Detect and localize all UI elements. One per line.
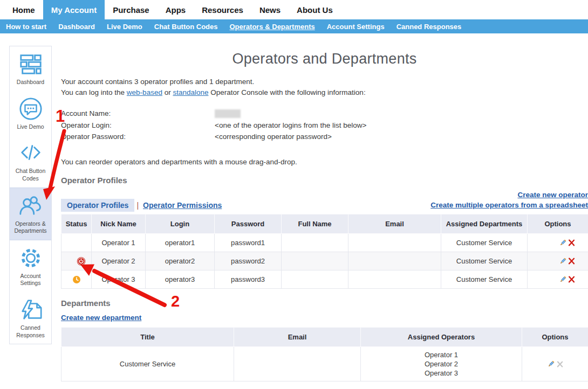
sidebar-item-chat-button-codes[interactable]: Chat Button Codes xyxy=(10,135,51,187)
move-down-icon[interactable] xyxy=(549,238,558,247)
delete-x-icon[interactable] xyxy=(567,275,576,284)
subnav-dashboard[interactable]: Dashboard xyxy=(52,23,101,31)
edit-pencil-icon[interactable] xyxy=(558,238,567,247)
delete-x-disabled-icon xyxy=(555,359,564,369)
standalone-link[interactable]: standalone xyxy=(173,88,208,96)
operator-login-label: Operator Login: xyxy=(61,121,215,129)
empty-slot xyxy=(539,238,549,247)
account-info: Account Name: Operator Login: <one of th… xyxy=(61,108,366,143)
login-cell: operator2 xyxy=(146,252,215,270)
tab-separator: | xyxy=(136,201,139,210)
nav-item-about-us[interactable]: About Us xyxy=(289,0,341,19)
gear-icon xyxy=(18,246,43,270)
col-login: Login xyxy=(146,214,215,234)
operator-profiles-heading: Operator Profiles xyxy=(61,176,127,185)
annotation-label-2: 2 xyxy=(171,293,180,310)
full-name-cell xyxy=(282,252,348,270)
status-busy-red-icon xyxy=(72,238,81,247)
assigned-operator: Operator 1 xyxy=(361,350,522,359)
col-status: Status xyxy=(61,214,92,234)
sidebar-item-operators-departments[interactable]: Operators & Departments xyxy=(10,187,51,240)
sidebar-item-canned-responses[interactable]: Canned Responses xyxy=(10,292,51,344)
live-demo-icon xyxy=(18,96,43,121)
intro-line-2-pre: You can log into the xyxy=(61,88,127,96)
login-cell: operator3 xyxy=(146,270,215,289)
dashboard-icon xyxy=(18,52,43,77)
operators-icon xyxy=(18,193,43,218)
email-cell xyxy=(348,234,441,252)
edit-pencil-icon[interactable] xyxy=(546,359,555,369)
nav-item-news[interactable]: News xyxy=(251,0,289,19)
main-nav: Home My Account Purchase Apps Resources … xyxy=(0,0,588,19)
sidebar-item-account-settings[interactable]: Account Settings xyxy=(10,240,51,292)
nick-name-cell: Operator 3 xyxy=(92,270,146,289)
nav-item-resources[interactable]: Resources xyxy=(194,0,251,19)
nav-item-purchase[interactable]: Purchase xyxy=(105,0,158,19)
sidebar-label: Account Settings xyxy=(11,273,50,287)
create-new-department-link[interactable]: Create new department xyxy=(61,314,141,322)
delete-x-icon[interactable] xyxy=(567,238,576,247)
assigned-departments-cell: Customer Service xyxy=(441,252,528,270)
full-name-cell xyxy=(282,234,348,252)
move-up-icon[interactable] xyxy=(539,256,549,266)
col-nick-name: Nick Name xyxy=(92,214,146,234)
assigned-operator: Operator 2 xyxy=(361,359,522,369)
col-full-name: Full Name xyxy=(282,214,348,234)
subnav-live-demo[interactable]: Live Demo xyxy=(101,23,148,31)
sidebar-label: Canned Responses xyxy=(11,324,50,339)
col-assigned-departments: Assigned Departments xyxy=(441,214,528,234)
email-cell xyxy=(348,270,441,289)
col-password: Password xyxy=(215,214,282,234)
sidebar-label: Live Demo xyxy=(11,123,50,131)
sidebar-label: Dashboard xyxy=(11,79,50,86)
account-name-label: Account Name: xyxy=(61,109,215,117)
account-sub-nav: How to start Dashboard Live Demo Chat Bu… xyxy=(0,19,588,33)
tab-operator-profiles[interactable]: Operator Profiles xyxy=(61,199,134,212)
create-multiple-operators-link[interactable]: Create multiple operators from a spreads… xyxy=(430,201,588,209)
subnav-chat-button-codes[interactable]: Chat Button Codes xyxy=(148,23,224,31)
department-assigned-operators-cell: Operator 1 Operator 2 Operator 3 xyxy=(361,347,522,381)
nick-name-cell: Operator 2 xyxy=(92,252,146,270)
col-email: Email xyxy=(234,328,361,347)
department-title-cell: Customer Service xyxy=(61,347,234,381)
login-cell: operator1 xyxy=(146,234,215,252)
edit-pencil-icon[interactable] xyxy=(558,256,567,266)
tab-operator-permissions[interactable]: Operator Permissions xyxy=(143,201,222,210)
operator-table-header-row: Status Nick Name Login Password Full Nam… xyxy=(61,214,588,234)
departments-heading: Departments xyxy=(61,298,111,308)
departments-table-header-row: Title Email Assigned Operators Options xyxy=(61,328,588,347)
power-off-icon[interactable] xyxy=(77,256,86,266)
subnav-canned-responses[interactable]: Canned Responses xyxy=(391,23,468,31)
operator-row-1: Operator 1 operator1 password1 Customer … xyxy=(61,234,588,252)
subnav-operators-departments[interactable]: Operators & Departments xyxy=(224,23,321,31)
subnav-how-to-start[interactable]: How to start xyxy=(0,23,52,31)
intro-line-2: You can log into the web-based or standa… xyxy=(61,87,366,98)
status-away-clock-icon xyxy=(72,275,81,284)
nick-name-cell: Operator 1 xyxy=(92,234,146,252)
operator-password-value: <corresponding operator password> xyxy=(215,133,332,141)
delete-x-icon[interactable] xyxy=(567,256,576,266)
account-name-redacted-value xyxy=(215,109,241,118)
col-options: Options xyxy=(528,214,588,234)
web-based-link[interactable]: web-based xyxy=(127,88,162,96)
nav-item-apps[interactable]: Apps xyxy=(158,0,194,19)
nav-item-my-account[interactable]: My Account xyxy=(43,0,105,19)
col-assigned-operators: Assigned Operators xyxy=(361,328,522,347)
sidebar-item-dashboard[interactable]: Dashboard xyxy=(10,46,51,91)
status-online-green-icon xyxy=(67,256,77,266)
subnav-account-settings[interactable]: Account Settings xyxy=(321,23,391,31)
sidebar-item-live-demo[interactable]: Live Demo xyxy=(10,91,51,136)
move-up-icon[interactable] xyxy=(539,275,549,284)
operator-login-value: <one of the operator logins from the lis… xyxy=(215,121,366,129)
nav-item-home[interactable]: Home xyxy=(4,0,43,19)
email-cell xyxy=(348,252,441,270)
create-new-operator-link[interactable]: Create new operator xyxy=(517,191,588,199)
empty-slot xyxy=(549,275,558,284)
intro-line-1: Your account contains 3 operator profile… xyxy=(61,77,366,87)
intro-line-2-post: Operator Console with the following info… xyxy=(208,88,365,96)
password-cell: password2 xyxy=(215,252,282,270)
sidebar-label: Chat Button Codes xyxy=(11,168,50,182)
operator-row-3: Operator 3 operator3 password3 Customer … xyxy=(61,270,588,289)
move-down-icon[interactable] xyxy=(549,256,558,266)
edit-pencil-icon[interactable] xyxy=(558,275,567,284)
